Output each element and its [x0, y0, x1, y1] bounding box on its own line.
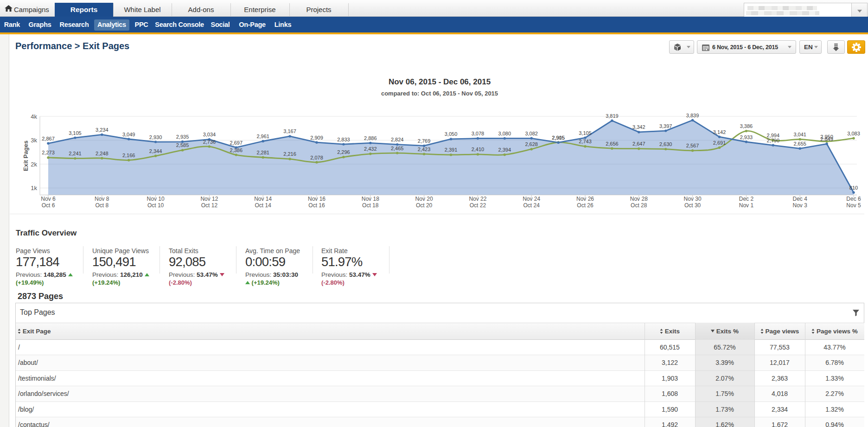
svg-text:Oct 24: Oct 24 [523, 202, 540, 209]
svg-text:3,234: 3,234 [96, 127, 108, 133]
svg-text:3,034: 3,034 [203, 132, 216, 137]
svg-text:3,078: 3,078 [472, 131, 485, 136]
svg-text:Oct 28: Oct 28 [631, 202, 647, 209]
svg-text:2,867: 2,867 [42, 136, 55, 141]
svg-text:Oct 12: Oct 12 [201, 202, 218, 209]
svg-text:2,432: 2,432 [364, 146, 377, 152]
svg-text:3k: 3k [31, 137, 37, 144]
svg-text:3,082: 3,082 [525, 131, 538, 136]
svg-text:2,166: 2,166 [122, 153, 135, 158]
svg-text:2,394: 2,394 [498, 147, 511, 153]
svg-text:2,769: 2,769 [418, 138, 431, 144]
svg-text:2,961: 2,961 [256, 134, 269, 139]
svg-text:3,397: 3,397 [659, 123, 672, 129]
svg-text:3,083: 3,083 [847, 131, 860, 136]
svg-text:3,386: 3,386 [740, 123, 753, 129]
svg-text:2,391: 2,391 [445, 147, 458, 153]
svg-text:Dec 4: Dec 4 [793, 196, 808, 202]
svg-text:Oct 20: Oct 20 [416, 202, 433, 209]
svg-text:2,344: 2,344 [149, 148, 162, 154]
svg-text:2,567: 2,567 [686, 143, 699, 148]
svg-text:Oct 22: Oct 22 [470, 202, 486, 209]
svg-text:2,465: 2,465 [391, 146, 404, 151]
svg-text:Oct 16: Oct 16 [308, 202, 325, 209]
svg-text:2,930: 2,930 [149, 134, 162, 140]
svg-text:Nov 3: Nov 3 [793, 202, 808, 209]
svg-text:2,078: 2,078 [310, 155, 323, 160]
svg-text:Oct 26: Oct 26 [577, 202, 594, 209]
svg-text:2,296: 2,296 [337, 149, 350, 155]
svg-text:2,886: 2,886 [364, 135, 377, 141]
svg-text:4k: 4k [31, 113, 37, 120]
svg-text:Nov 18: Nov 18 [362, 196, 379, 202]
svg-text:2,423: 2,423 [418, 147, 431, 152]
svg-text:2,281: 2,281 [256, 150, 269, 155]
svg-text:2,655: 2,655 [793, 141, 806, 147]
svg-text:Oct 8: Oct 8 [95, 202, 108, 209]
svg-text:2,273: 2,273 [42, 150, 55, 155]
svg-text:Nov 24: Nov 24 [523, 196, 540, 202]
svg-text:Nov 22: Nov 22 [469, 196, 486, 202]
svg-text:Oct 6: Oct 6 [42, 202, 55, 209]
svg-text:Nov 6: Nov 6 [41, 196, 56, 202]
svg-text:2,697: 2,697 [230, 140, 243, 146]
svg-text:2,628: 2,628 [525, 141, 538, 147]
svg-text:2,630: 2,630 [659, 141, 672, 147]
svg-text:2,833: 2,833 [337, 137, 350, 142]
svg-text:2,743: 2,743 [579, 139, 592, 144]
svg-text:3,167: 3,167 [283, 128, 296, 134]
svg-text:Nov 10: Nov 10 [147, 196, 165, 202]
svg-text:2,248: 2,248 [96, 151, 108, 156]
svg-text:Nov 8: Nov 8 [95, 196, 109, 202]
svg-text:3,342: 3,342 [632, 124, 645, 130]
svg-text:Nov 30: Nov 30 [684, 196, 702, 202]
svg-text:3,041: 3,041 [793, 132, 806, 137]
svg-text:Exit Pages: Exit Pages [22, 140, 29, 171]
svg-text:2,824: 2,824 [391, 137, 404, 142]
svg-text:3,105: 3,105 [69, 130, 82, 136]
svg-text:1k: 1k [31, 185, 37, 191]
svg-text:2,647: 2,647 [632, 141, 645, 147]
svg-text:Nov 14: Nov 14 [254, 196, 272, 202]
svg-text:3,839: 3,839 [686, 113, 699, 118]
svg-text:3,142: 3,142 [713, 129, 726, 135]
svg-text:Nov 12: Nov 12 [200, 196, 218, 202]
svg-text:2,736: 2,736 [203, 139, 216, 145]
svg-text:2,905: 2,905 [552, 135, 565, 140]
svg-text:Dec 2: Dec 2 [739, 196, 754, 202]
svg-text:2,585: 2,585 [176, 142, 189, 148]
svg-text:Oct 14: Oct 14 [255, 202, 272, 209]
svg-text:2,933: 2,933 [740, 134, 753, 140]
svg-text:3,049: 3,049 [122, 132, 135, 137]
svg-text:Nov 20: Nov 20 [415, 196, 433, 202]
svg-text:810: 810 [849, 185, 858, 191]
svg-text:Nov 28: Nov 28 [630, 196, 648, 202]
svg-text:2,241: 2,241 [69, 151, 82, 156]
svg-text:Nov 1: Nov 1 [739, 202, 754, 209]
svg-text:2,691: 2,691 [713, 140, 726, 146]
svg-text:2,790: 2,790 [767, 138, 780, 143]
svg-text:2,935: 2,935 [176, 134, 189, 140]
svg-text:3,105: 3,105 [579, 130, 592, 136]
svg-text:Nov 5: Nov 5 [846, 202, 861, 209]
svg-text:Nov 26: Nov 26 [576, 196, 594, 202]
svg-text:2,410: 2,410 [472, 147, 485, 152]
svg-text:3,080: 3,080 [498, 131, 511, 136]
svg-text:Oct 10: Oct 10 [147, 202, 164, 209]
svg-text:2,216: 2,216 [283, 151, 296, 157]
svg-text:3,819: 3,819 [606, 113, 619, 119]
svg-text:2k: 2k [31, 161, 37, 168]
svg-text:Nov 16: Nov 16 [308, 196, 326, 202]
svg-text:Dec 6: Dec 6 [846, 196, 861, 202]
svg-text:Oct 30: Oct 30 [684, 202, 701, 209]
svg-text:2,656: 2,656 [606, 141, 619, 147]
svg-text:2,386: 2,386 [230, 147, 243, 153]
svg-text:Oct 18: Oct 18 [362, 202, 379, 209]
svg-text:3,050: 3,050 [445, 131, 458, 137]
svg-text:2,849: 2,849 [820, 136, 833, 142]
svg-text:2,909: 2,909 [310, 135, 323, 140]
